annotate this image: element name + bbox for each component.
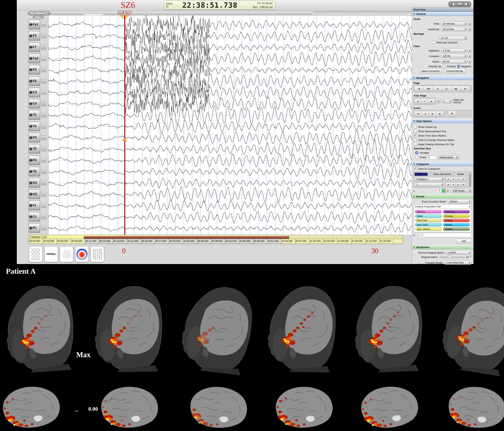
category-scrollbar[interactable] — [469, 173, 471, 187]
auto-page-stepper[interactable] — [437, 99, 440, 104]
timeline-cell[interactable]: 00:00.000 — [29, 239, 43, 244]
com-event-marker[interactable]: com — [118, 11, 123, 14]
auto-page-button[interactable]: ▶ — [428, 98, 435, 104]
channel-status-button-t6[interactable]: ∗ — [41, 169, 46, 174]
timeline-cell[interactable]: 00:09.000 — [71, 239, 85, 244]
channel-status-button-cz[interactable]: ∗ — [41, 215, 46, 219]
polarity-positive-radio[interactable] — [443, 65, 446, 68]
event-button-eyes-closed[interactable]: eyes closed — [415, 227, 442, 231]
eeg-trace-area[interactable] — [48, 15, 412, 235]
channel-status-button-c4[interactable]: ∗ — [41, 102, 46, 106]
source-imaging-specs-select[interactable]: LAURA — [446, 251, 471, 255]
event-button-post-ictal[interactable]: Post Ictal — [415, 219, 442, 222]
auto-page-button[interactable]: ✕ — [421, 98, 428, 104]
topo-map-view-button[interactable] — [75, 246, 89, 262]
markup-mode-select[interactable]: Tech Markup — [28, 11, 50, 15]
events-adv-button[interactable]: Adv — [456, 239, 472, 244]
checkbox-show-time-sync-marker[interactable]: ✓ — [414, 134, 417, 137]
channel-status-button-o1[interactable]: ∗ — [41, 181, 46, 185]
page-nav-button[interactable]: ▶ — [442, 86, 451, 91]
traces-view-button[interactable] — [29, 246, 43, 262]
event-button-artifact[interactable]: Artifact — [443, 227, 470, 231]
channel-status-button-t5[interactable]: ∗ — [41, 147, 46, 151]
time-scale-select[interactable]: 10 mm/sec — [441, 22, 467, 26]
event-insertion-mode-select[interactable]: Marker — [448, 200, 471, 203]
event-search-field[interactable] — [419, 233, 472, 237]
section-geosource-header[interactable]: GeoSource — [412, 245, 473, 249]
forward-model-select[interactable]: 2 mm Atlas Man — [444, 261, 471, 265]
timeline-cell[interactable]: 01:03.000 — [323, 239, 337, 244]
channel-pz[interactable]: Pz — [29, 223, 40, 233]
channel-p3[interactable]: P3 — [29, 133, 40, 142]
channel-status-button-fp2[interactable]: ∗ — [41, 56, 46, 61]
channel-cz[interactable]: Cz — [29, 212, 40, 221]
category-nav-button[interactable]: ◀ — [450, 177, 456, 181]
timeline-cell[interactable]: 00:12.000 — [85, 239, 99, 244]
section-events-header[interactable]: Events — [412, 194, 473, 199]
fixed-size-input[interactable]: 0 — [427, 156, 436, 159]
channel-f8[interactable]: F8 — [29, 76, 40, 86]
fixed-units-select[interactable]: milliseconds — [438, 156, 459, 159]
channel-status-button-p3[interactable]: ∗ — [41, 136, 46, 140]
mean-correction-button[interactable]: Mean Correction — [419, 69, 442, 73]
channel-fp2[interactable]: Fp2 — [29, 54, 40, 63]
acquisition-set-label[interactable]: Clinical Acquisition Set — [415, 205, 441, 208]
timeline-cell[interactable]: 00:18.000 — [113, 239, 127, 244]
channel-status-button-c3[interactable]: ∗ — [41, 90, 46, 95]
amplitude-stepper[interactable] — [468, 27, 471, 32]
lowpass-select[interactable]: 120 Hz — [441, 54, 467, 58]
timeline-cell[interactable]: 01:12.000 — [365, 239, 379, 244]
category-color-swatch[interactable] — [414, 173, 428, 176]
event-nav-button[interactable]: |◀ — [414, 111, 422, 116]
time-sync-cursor[interactable] — [124, 16, 125, 235]
timeline-cell[interactable]: 00:27.000 — [155, 239, 169, 244]
page-nav-button[interactable]: ▶| — [460, 86, 470, 91]
timeline-cell[interactable]: 00:33.000 — [183, 239, 197, 244]
channel-status-button-t3[interactable]: ∗ — [41, 113, 46, 117]
channel-f7[interactable]: F7 — [29, 43, 40, 52]
channel-t6[interactable]: T6 — [29, 167, 40, 176]
timeline-cell[interactable]: 00:21.000 — [127, 239, 141, 244]
channel-status-button-t4[interactable]: ∗ — [41, 124, 46, 129]
event-nav-button[interactable]: ▶ — [429, 111, 436, 116]
channel-status-button-f8[interactable]: ∗ — [41, 79, 46, 83]
timeline-cell[interactable]: 00:48.000 — [253, 239, 267, 244]
channel-f4[interactable]: F4 — [29, 65, 40, 74]
checkbox-show-heads-up[interactable] — [414, 125, 417, 128]
timeline-cell[interactable]: 01:00.000 — [309, 239, 323, 244]
timeline-cell[interactable]: 00:06.000 — [57, 239, 71, 244]
splitter-handle[interactable] — [50, 12, 51, 14]
category-index-select[interactable]: 1 — [414, 183, 444, 186]
page-nav-button[interactable]: |◀ — [414, 86, 424, 91]
hide-bad-channels-checkbox[interactable] — [432, 41, 435, 44]
channel-status-button-fp1[interactable]: ∗ — [41, 23, 46, 27]
lowpass-stepper[interactable] — [468, 54, 471, 58]
channel-o2[interactable]: O2 — [29, 189, 40, 199]
category-nav-button[interactable]: ◀ — [450, 182, 456, 186]
event-button-chewing[interactable]: Chewing — [443, 210, 470, 213]
slider-thumb-icon[interactable] — [448, 256, 451, 259]
checkbox-keep-floating-windows-on-top[interactable] — [414, 143, 417, 146]
channel-status-button-fz[interactable]: ∗ — [41, 203, 46, 208]
page-nav-button[interactable]: ◀◀ — [423, 86, 433, 91]
timeline-cell[interactable]: 00:39.000 — [211, 239, 225, 244]
channel-t4[interactable]: T4 — [29, 122, 40, 131]
timeline-cell[interactable]: 00:42.000 — [225, 239, 239, 244]
channel-o1[interactable]: O1 — [29, 178, 40, 187]
toggle-right-panel-button[interactable] — [464, 2, 470, 7]
channel-t5[interactable]: T5 — [29, 144, 40, 154]
checkbox-click-to-change-channel-status[interactable] — [414, 138, 417, 141]
timeline-cell[interactable]: 00:30.000 — [169, 239, 183, 244]
toggle-bottom-panel-button[interactable] — [457, 2, 463, 7]
timeline-cell[interactable]: 01:09.000 — [351, 239, 365, 244]
add-category-button[interactable]: + — [413, 189, 415, 193]
category-nav-button[interactable]: ▶ — [456, 177, 461, 181]
set-stepper-icon[interactable] — [469, 206, 470, 208]
notch-stepper[interactable] — [468, 59, 471, 64]
good-status-button[interactable] — [441, 189, 446, 193]
edit-faults-button[interactable]: Edit Faults... — [451, 189, 472, 193]
amplitude-select[interactable]: 10 µV/mm — [441, 27, 467, 31]
event-list-view-button[interactable] — [91, 246, 104, 262]
section-navigation-header[interactable]: Navigation — [412, 76, 473, 80]
channel-c4[interactable]: C4 — [29, 99, 40, 108]
